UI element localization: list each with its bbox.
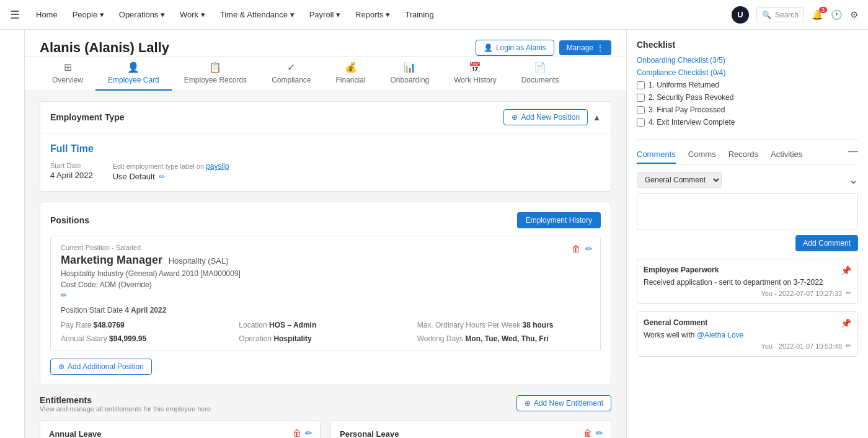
tab-employee-records[interactable]: 📋 Employee Records: [172, 56, 259, 91]
personal-leave-actions: 🗑 ✏: [583, 428, 603, 438]
comment-text-area[interactable]: [637, 193, 858, 230]
right-panel: Checklist Onboarding Checklist (3/5) Com…: [626, 30, 868, 438]
pay-rate-detail: Pay Rate $48.0769: [61, 321, 234, 329]
clock-icon[interactable]: 🕐: [831, 9, 843, 20]
checklist-checkbox-0[interactable]: [637, 81, 645, 89]
edit-comment-icon-1[interactable]: ✏: [846, 342, 851, 350]
add-additional-position-button[interactable]: ⊕ Add Additional Position: [50, 359, 152, 375]
checklist-checkbox-3[interactable]: [637, 118, 645, 127]
entitlement-annual-leave: 🗑 ✏ Annual Leave 20.4554 hours Accrued D…: [40, 420, 321, 438]
position-start-date: Position Start Date 4 April 2022: [61, 306, 590, 315]
expand-comment-icon[interactable]: ⌄: [849, 173, 858, 187]
tab-onboarding[interactable]: 📊 Onboarding: [378, 56, 442, 91]
tab-overview[interactable]: ⊞ Overview: [40, 56, 95, 91]
nav-time-attendance[interactable]: Time & Attendance ▾: [214, 6, 301, 23]
start-date-label: Start Date: [50, 162, 93, 169]
edit-comment-icon-0[interactable]: ✏: [846, 289, 851, 297]
tab-compliance[interactable]: ✓ Compliance: [259, 56, 323, 91]
person-icon: 👤: [484, 43, 493, 52]
notification-badge: 3: [819, 7, 827, 13]
nav-operations[interactable]: Operations ▾: [113, 6, 171, 23]
position-details: Pay Rate $48.0769 Location HOS – Admin M…: [61, 321, 590, 343]
position-card: 🗑 ✏ Current Position - Salaried Marketin…: [50, 236, 601, 351]
start-date-value: 4 April 2022: [50, 171, 93, 180]
comments-section: Comments Comms Records Activities — Gene…: [637, 146, 858, 357]
comment-type-0: Employee Paperwork: [644, 266, 719, 275]
chevron-down-icon: ▾: [201, 10, 205, 19]
use-default-value: Use Default: [113, 172, 155, 181]
onboarding-checklist-link[interactable]: Onboarding Checklist (3/5): [637, 56, 858, 65]
employment-history-button[interactable]: Employment History: [517, 212, 601, 228]
comment-type-row: General Comment ⌄: [637, 172, 858, 188]
edit-personal-leave-button[interactable]: ✏: [596, 428, 603, 438]
checklist-checkbox-1[interactable]: [637, 94, 645, 102]
employment-type-body: Full Time Start Date 4 April 2022 Edit e…: [40, 133, 611, 191]
nav-reports[interactable]: Reports ▾: [349, 6, 396, 23]
positions-title: Positions: [50, 215, 89, 225]
checklist-section: Checklist Onboarding Checklist (3/5) Com…: [637, 40, 858, 127]
tab-documents[interactable]: 📄 Documents: [509, 56, 572, 91]
nav-people[interactable]: People ▾: [66, 6, 110, 23]
add-new-entitlement-button[interactable]: ⊕ Add New Entitlement: [516, 395, 611, 411]
compliance-checklist-link[interactable]: Compliance Checklist (0/4): [637, 68, 858, 77]
checklist-checkbox-2[interactable]: [637, 106, 645, 114]
nav-work[interactable]: Work ▾: [174, 6, 211, 23]
tab-comments[interactable]: Comments: [637, 146, 676, 164]
records-icon: 📋: [209, 61, 221, 73]
tab-bar: ⊞ Overview 👤 Employee Card 📋 Employee Re…: [25, 56, 626, 91]
tab-records[interactable]: Records: [728, 146, 758, 164]
tab-work-history[interactable]: 📅 Work History: [441, 56, 508, 91]
tab-comms[interactable]: Comms: [688, 146, 716, 164]
position-cost-code: Cost Code: ADM (Override): [61, 280, 590, 289]
nav-training[interactable]: Training: [399, 6, 440, 23]
comment-type-select[interactable]: General Comment: [637, 172, 722, 188]
nav-home[interactable]: Home: [30, 6, 64, 23]
tab-activities[interactable]: Activities: [771, 146, 802, 164]
payslip-item: Edit employment type label on payslip Us…: [113, 162, 229, 181]
add-comment-button[interactable]: Add Comment: [795, 235, 858, 251]
pin-icon-0[interactable]: 📌: [841, 266, 851, 275]
nav-payroll[interactable]: Payroll ▾: [303, 6, 347, 23]
comment-type-1: General Comment: [644, 318, 707, 328]
comment-meta-1: You - 2022-01-07 10:53:48 ✏: [644, 342, 851, 350]
comment-text-0: Received application - sent to departmen…: [644, 278, 851, 287]
delete-personal-leave-button[interactable]: 🗑: [583, 428, 592, 438]
manage-button[interactable]: Manage ⋮: [559, 40, 611, 55]
add-new-position-button[interactable]: ⊕ Add New Position: [503, 109, 588, 125]
annual-salary-detail: Annual Salary $94,999.95: [61, 334, 234, 343]
search-bar[interactable]: 🔍 Search: [756, 7, 804, 22]
collapse-comments-icon[interactable]: —: [848, 146, 858, 164]
payslip-label: Edit employment type label on payslip: [113, 162, 229, 171]
tab-employee-card[interactable]: 👤 Employee Card: [95, 56, 172, 91]
max-hours-detail: Max. Ordinary Hours Per Week 38 hours: [417, 321, 590, 329]
chevron-down-icon: ▾: [386, 10, 390, 19]
notifications-icon[interactable]: 🔔 3: [812, 9, 823, 20]
financial-icon: 💰: [345, 61, 357, 73]
login-as-button[interactable]: 👤 Login as Alanis: [476, 40, 554, 56]
pin-icon-1[interactable]: 📌: [841, 318, 851, 328]
employment-type-header[interactable]: Employment Type ⊕ Add New Position ▲: [40, 102, 611, 133]
edit-cost-code-icon[interactable]: ✏: [61, 291, 67, 300]
edit-annual-leave-button[interactable]: ✏: [305, 428, 312, 438]
edit-position-button[interactable]: ✏: [585, 244, 593, 254]
position-card-actions: 🗑 ✏: [572, 244, 593, 254]
checklist-item-1: 2. Security Pass Revoked: [637, 93, 858, 102]
personal-leave-title: Personal Leave: [340, 429, 602, 438]
collapse-icon[interactable]: ▲: [593, 113, 601, 122]
tab-financial[interactable]: 💰 Financial: [324, 56, 378, 91]
hamburger-menu[interactable]: ☰: [10, 8, 20, 22]
overview-icon: ⊞: [64, 61, 72, 73]
annual-leave-actions: 🗑 ✏: [293, 428, 312, 438]
plus-icon-2: ⊕: [58, 362, 64, 371]
payslip-link[interactable]: payslip: [206, 162, 229, 171]
edit-payslip-icon[interactable]: ✏: [159, 172, 165, 181]
settings-icon[interactable]: ⚙: [850, 9, 858, 20]
sidebar-left: [0, 30, 25, 438]
comment-mention: @Aletha Love: [697, 331, 744, 339]
entitlement-personal-leave: 🗑 ✏ Personal Leave 214.7404 hours Accrue…: [330, 420, 611, 438]
delete-annual-leave-button[interactable]: 🗑: [293, 428, 301, 438]
chevron-down-icon: ▾: [100, 10, 104, 19]
employment-type-section: Employment Type ⊕ Add New Position ▲ Ful…: [40, 101, 611, 192]
employee-card-icon: 👤: [127, 61, 140, 73]
delete-position-button[interactable]: 🗑: [572, 244, 580, 254]
